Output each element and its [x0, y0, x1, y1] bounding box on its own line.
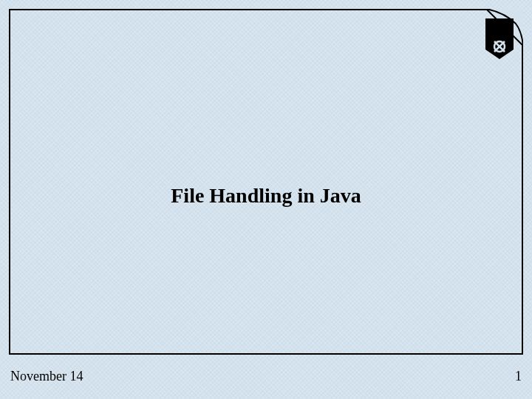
- footer-page-number: 1: [515, 369, 522, 384]
- svg-rect-1: [485, 18, 514, 50]
- slide-title: File Handling in Java: [171, 184, 361, 208]
- slide-frame: [9, 9, 523, 355]
- footer-date: November 14: [10, 369, 83, 384]
- logo-badge-icon: [485, 18, 514, 63]
